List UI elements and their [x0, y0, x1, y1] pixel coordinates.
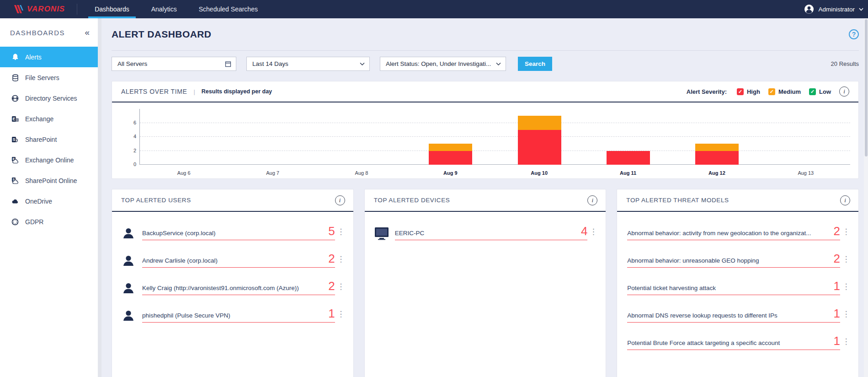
user-menu[interactable]: Administrator [804, 0, 868, 18]
devices-list: EERIC-PC4⋮ [365, 212, 606, 243]
results-count: 20 Results [831, 60, 859, 67]
info-icon[interactable]: i [335, 195, 345, 205]
threat-model-row[interactable]: Abnormal DNS reverse lookup requests to … [626, 298, 852, 325]
sidebar-item-onedrive[interactable]: OneDrive [0, 191, 98, 211]
item-menu-icon[interactable]: ⋮ [335, 254, 347, 267]
scrollbar-thumb[interactable] [865, 19, 868, 156]
sidebar-item-file-servers[interactable]: File Servers [0, 67, 98, 88]
bar-segment-medium [429, 144, 472, 151]
sidebar-title: DASHBOARDS [10, 29, 65, 37]
sidebar-item-sharepoint-online[interactable]: S SharePoint Online [0, 170, 98, 191]
sidebar-item-sharepoint[interactable]: S SharePoint [0, 129, 98, 150]
bar-segment-medium [518, 116, 561, 130]
users-list: BackupService (corp.local)5⋮Andrew Carli… [112, 212, 353, 325]
sidebar-item-alerts[interactable]: Alerts [0, 47, 98, 67]
sidebar-item-label: SharePoint Online [25, 177, 77, 184]
chart-subtitle: Results displayed per day [202, 88, 272, 95]
alerted-user-row[interactable]: Kelly Craig (http://varonistest91.onmicr… [121, 270, 347, 298]
window-scrollbar[interactable] [864, 18, 868, 377]
item-menu-icon[interactable]: ⋮ [840, 337, 852, 349]
gdpr-icon [11, 218, 19, 226]
item-menu-icon[interactable]: ⋮ [840, 227, 852, 239]
item-name: Abnormal behavior: activity from new geo… [627, 230, 815, 237]
sidebar-scrollbar[interactable] [98, 18, 101, 377]
alert-count: 2 [834, 253, 840, 264]
chart-bar-aug-11[interactable] [607, 151, 650, 165]
title-separator: | [193, 88, 195, 95]
server-filter-dropdown[interactable]: All Servers [112, 57, 236, 71]
tab-analytics[interactable]: Analytics [140, 0, 188, 18]
varonis-logo: VARONIS [0, 0, 77, 18]
user-name: Administrator [818, 6, 855, 13]
exchange-online-icon: E [11, 156, 19, 164]
sidebar-item-directory-services[interactable]: Directory Services [0, 88, 98, 108]
sharepoint-online-icon: S [11, 177, 19, 184]
chart-bar-aug-12[interactable] [695, 144, 739, 165]
user-icon [121, 308, 142, 323]
search-button[interactable]: Search [518, 57, 552, 71]
threat-model-row[interactable]: Potential Brute Force attack targeting a… [626, 325, 852, 353]
alerted-user-row[interactable]: BackupService (corp.local)5⋮ [121, 215, 347, 243]
item-menu-icon[interactable]: ⋮ [335, 309, 347, 322]
tab-dashboards[interactable]: Dashboards [84, 0, 140, 18]
item-menu-icon[interactable]: ⋮ [335, 282, 347, 294]
bar-segment-high [607, 151, 650, 165]
alerts-over-time-card: ALERTS OVER TIME | Results displayed per… [112, 81, 859, 179]
threat-model-row[interactable]: Abnormal behavior: unreasonable GEO hopp… [626, 243, 852, 270]
checkbox-checked-icon: ✓ [768, 88, 775, 95]
threat-models-list: Abnormal behavior: activity from new geo… [617, 212, 858, 353]
threat-model-row[interactable]: Abnormal behavior: activity from new geo… [626, 215, 852, 243]
tab-scheduled-searches[interactable]: Scheduled Searches [188, 0, 269, 18]
date-range-dropdown[interactable]: Last 14 Days [246, 57, 370, 71]
chart-slot [229, 109, 317, 165]
item-name: Potential Brute Force attack targeting a… [627, 339, 784, 346]
alerted-user-row[interactable]: phishedphil (Pulse Secure VPN)1⋮ [121, 298, 347, 325]
page-title: ALERT DASHBOARD [112, 29, 211, 40]
sidebar-item-label: SharePoint [25, 136, 57, 143]
item-name: Abnormal DNS reverse lookup requests to … [627, 312, 782, 319]
alert-status-dropdown[interactable]: Alert Status: Open, Under Investigati... [380, 57, 506, 71]
bar-segment-high [695, 151, 739, 165]
info-icon[interactable]: i [587, 195, 597, 205]
item-menu-icon[interactable]: ⋮ [587, 227, 599, 239]
alert-count: 4 [581, 226, 587, 236]
chart-title: ALERTS OVER TIME [121, 88, 187, 95]
user-icon [121, 253, 142, 268]
info-icon[interactable]: i [839, 86, 849, 97]
threat-model-row[interactable]: Potential ticket harvesting attack1⋮ [626, 270, 852, 298]
sidebar-collapse-button[interactable]: « [85, 27, 90, 38]
x-tick-label: Aug 13 [761, 167, 850, 177]
y-tick-label: 6 [133, 120, 136, 125]
chart-slot [495, 109, 584, 165]
item-menu-icon[interactable]: ⋮ [840, 254, 852, 267]
alerted-user-row[interactable]: Andrew Carlisle (corp.local)2⋮ [121, 243, 347, 270]
sidebar-item-exchange-online[interactable]: E Exchange Online [0, 150, 98, 170]
database-icon [11, 74, 19, 81]
item-menu-icon[interactable]: ⋮ [840, 309, 852, 322]
directory-services-icon [11, 95, 19, 102]
legend-high-label: High [747, 88, 760, 95]
y-tick-label: 4 [133, 134, 136, 139]
chart-bar-aug-10[interactable] [518, 116, 561, 165]
chart-bar-aug-9[interactable] [429, 144, 472, 165]
legend-low-checkbox[interactable]: ✓ Low [809, 88, 831, 95]
item-menu-icon[interactable]: ⋮ [335, 227, 347, 239]
x-tick-label: Aug 11 [584, 167, 672, 177]
help-icon[interactable]: ? [849, 29, 859, 39]
item-name: Abnormal behavior: unreasonable GEO hopp… [627, 257, 763, 264]
header-divider [112, 50, 859, 51]
sidebar-item-exchange[interactable]: E Exchange [0, 108, 98, 129]
legend-medium-checkbox[interactable]: ✓ Medium [768, 88, 801, 95]
chart-x-axis: Aug 6Aug 7Aug 8Aug 9Aug 10Aug 11Aug 12Au… [139, 167, 850, 177]
legend-high-checkbox[interactable]: ✓ High [737, 88, 760, 95]
item-menu-icon[interactable]: ⋮ [840, 282, 852, 294]
sidebar-item-label: Exchange Online [25, 156, 74, 164]
chart-slot [584, 109, 672, 165]
alerted-device-row[interactable]: EERIC-PC4⋮ [374, 215, 600, 243]
exchange-icon: E [11, 115, 19, 123]
item-name: Andrew Carlisle (corp.local) [142, 257, 222, 264]
sidebar-item-label: GDPR [25, 218, 43, 226]
brand-text: VARONIS [27, 5, 65, 14]
info-icon[interactable]: i [840, 195, 850, 205]
sidebar-item-gdpr[interactable]: GDPR [0, 211, 98, 232]
